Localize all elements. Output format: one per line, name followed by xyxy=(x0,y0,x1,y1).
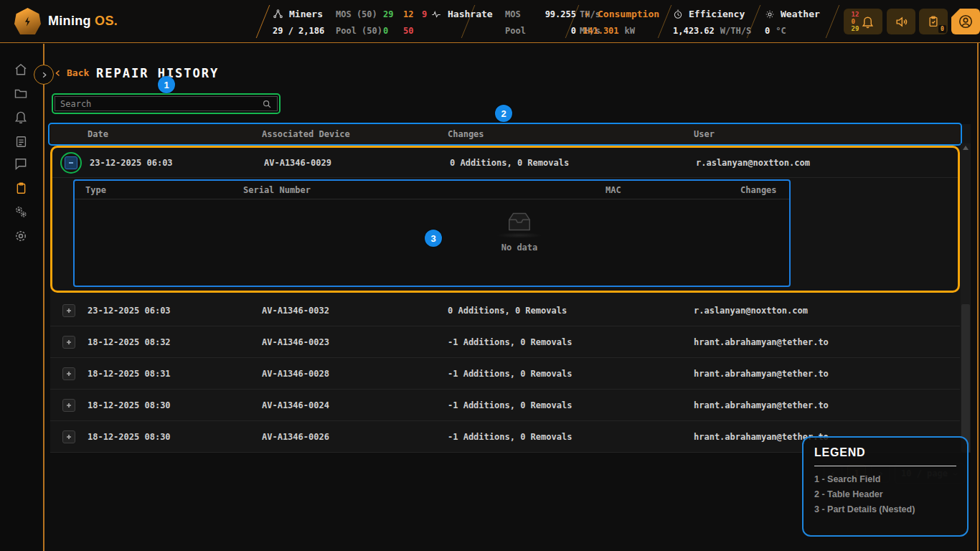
speaker-icon xyxy=(895,15,908,29)
chevron-right-icon xyxy=(40,71,48,79)
hashrate-stat: Hashrate MOS 99.255 TH/s Pool 0 MH/s xyxy=(430,6,600,39)
sound-button[interactable] xyxy=(887,9,915,34)
legend-item: 2 - Table Header xyxy=(814,489,956,499)
legend-item: 1 - Search Field xyxy=(814,474,956,484)
consumption-stat: Consumption 141.301kW xyxy=(583,6,659,39)
lightning-bolt-icon xyxy=(22,16,34,27)
top-header: Mining OS. Miners MOS (50) 29 12 9 29 / … xyxy=(0,0,980,43)
miners-warn-count: 12 xyxy=(403,9,422,19)
brand-name: Mining OS. xyxy=(48,14,118,29)
bell-icon xyxy=(861,15,875,29)
tasks-badge: 0 xyxy=(938,25,946,33)
sidebar-item-integrations[interactable] xyxy=(12,203,29,220)
row-user: hrant.abrahamyan@tether.to xyxy=(694,337,960,347)
nested-column-mac: MAC xyxy=(606,185,740,195)
column-header-date: Date xyxy=(88,129,262,139)
row-date: 18-12-2025 08:31 xyxy=(88,369,262,379)
tasks-button[interactable]: 0 xyxy=(919,9,948,34)
search-input[interactable]: Search xyxy=(55,96,278,111)
row-changes: -1 Additions, 0 Removals xyxy=(448,337,694,347)
row-date: 18-12-2025 08:32 xyxy=(88,337,262,347)
user-account-button[interactable] xyxy=(951,9,980,34)
weather-icon xyxy=(765,9,775,19)
consumption-icon xyxy=(583,9,592,19)
weather-stat: Weather 0°C xyxy=(765,6,820,39)
nested-column-type: Type xyxy=(85,185,243,195)
row-date: 18-12-2025 08:30 xyxy=(88,432,262,442)
legend-item: 3 - Part Details (Nested) xyxy=(814,504,956,514)
notifications-button[interactable]: 12 0 29 xyxy=(844,9,882,34)
nested-table-header: Type Serial Number MAC Changes xyxy=(75,181,789,199)
no-data-placeholder: No data xyxy=(473,208,566,253)
sidebar-item-reports[interactable] xyxy=(12,133,29,150)
miners-ratio: 29 / 2,186 xyxy=(273,26,336,36)
row-user: hrant.abrahamyan@tether.to xyxy=(694,400,960,410)
legend-title: LEGEND xyxy=(814,446,956,459)
logo-mark xyxy=(14,8,41,34)
page-title: REPAIR HISTORY xyxy=(96,66,219,80)
search-field-annotation: Search xyxy=(52,93,281,114)
row-user: r.aslanyan@noxtton.com xyxy=(694,306,960,316)
sidebar-item-settings[interactable] xyxy=(12,227,29,245)
column-header-device: Associated Device xyxy=(262,129,448,139)
column-header-changes: Changes xyxy=(448,129,694,139)
column-header-user: User xyxy=(694,129,960,139)
search-icon[interactable] xyxy=(262,99,272,109)
miners-stat: Miners MOS (50) 29 12 9 29 / 2,186 Pool … xyxy=(273,6,427,39)
efficiency-value: 1,423.62 xyxy=(673,26,715,36)
collapse-row-button[interactable] xyxy=(65,156,77,169)
efficiency-stat: Efficiency 1,423.62W/TH/S xyxy=(673,6,751,39)
user-icon xyxy=(958,14,974,29)
sidebar-item-projects[interactable] xyxy=(12,85,29,102)
header-divider xyxy=(658,5,672,38)
miners-error-count: 9 xyxy=(422,9,427,19)
row-date: 23-12-2025 06:03 xyxy=(90,158,264,168)
table-scrollbar[interactable] xyxy=(961,143,971,453)
annotation-badge-2: 2 xyxy=(495,105,512,122)
expand-row-button[interactable] xyxy=(62,304,75,317)
expand-row-button[interactable] xyxy=(62,399,75,412)
scroll-up-arrow-icon[interactable] xyxy=(963,146,969,150)
pool-error-count: 50 xyxy=(403,26,427,36)
table-row[interactable]: 18-12-2025 08:30 AV-A1346-0024 -1 Additi… xyxy=(50,390,960,421)
header-divider xyxy=(826,5,840,38)
repair-history-page: Back REPAIR HISTORY Search Date Associat… xyxy=(43,44,980,551)
annotation-badge-3: 3 xyxy=(425,230,442,247)
annotation-badge-1: 1 xyxy=(158,76,175,93)
back-button[interactable]: Back xyxy=(54,67,89,78)
sidebar-item-messages[interactable] xyxy=(12,155,29,172)
row-device: AV-A1346-0023 xyxy=(262,337,448,347)
empty-box-icon xyxy=(503,208,536,235)
sidebar-item-alerts[interactable] xyxy=(12,108,29,126)
table-row-expanded[interactable]: 23-12-2025 06:03 AV-A1346-0029 0 Additio… xyxy=(52,148,958,178)
expanded-row-block: 23-12-2025 06:03 AV-A1346-0029 0 Additio… xyxy=(50,146,960,293)
nested-column-changes: Changes xyxy=(740,185,789,195)
row-user: r.aslanyan@noxtton.com xyxy=(696,158,958,168)
miners-ok-count: 29 xyxy=(383,9,403,19)
sidebar-expand-button[interactable] xyxy=(34,65,54,85)
hashrate-mos-value: 99.255 xyxy=(535,9,580,19)
row-user: hrant.abrahamyan@tether.to xyxy=(694,369,960,379)
table-header-row: Date Associated Device Changes User xyxy=(50,125,960,143)
expand-row-button[interactable] xyxy=(62,367,75,380)
hashrate-icon xyxy=(430,9,442,19)
sidebar-item-repairs[interactable] xyxy=(12,179,29,197)
row-changes: -1 Additions, 0 Removals xyxy=(448,400,694,410)
table-row[interactable]: 23-12-2025 06:03 AV-A1346-0032 0 Additio… xyxy=(50,295,960,326)
row-changes: 0 Additions, 0 Removals xyxy=(448,306,694,316)
hashrate-pool-value: 0 xyxy=(535,26,580,36)
row-device: AV-A1346-0029 xyxy=(264,158,450,168)
expand-row-button[interactable] xyxy=(62,336,75,349)
search-placeholder: Search xyxy=(60,99,258,109)
chevron-left-icon xyxy=(54,69,62,77)
legend-divider xyxy=(814,466,956,466)
row-device: AV-A1346-0032 xyxy=(262,306,448,316)
part-details-table: Type Serial Number MAC Changes No data 3 xyxy=(73,179,791,287)
scrollbar-thumb[interactable] xyxy=(961,304,970,453)
app-logo[interactable]: Mining OS. xyxy=(14,8,118,34)
expand-row-button[interactable] xyxy=(62,430,75,443)
table-row[interactable]: 18-12-2025 08:32 AV-A1346-0023 -1 Additi… xyxy=(50,326,960,358)
table-row[interactable]: 18-12-2025 08:31 AV-A1346-0028 -1 Additi… xyxy=(50,358,960,390)
header-divider xyxy=(256,5,270,38)
sidebar-item-home[interactable] xyxy=(12,61,29,78)
